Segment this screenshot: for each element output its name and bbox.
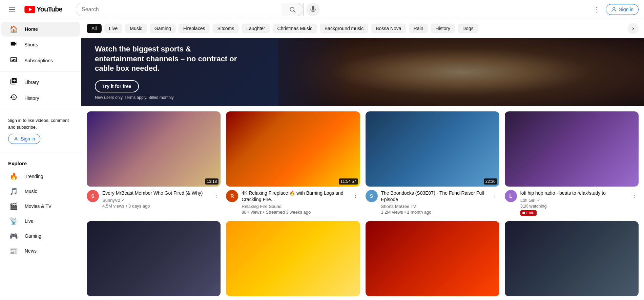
video-duration-boondocks: 22:30 [484, 178, 497, 185]
video-card-boondocks[interactable]: 22:30 S The Boondocks (S03E07) - The Fun… [366, 111, 499, 216]
header-right: ⋮ Sign in [589, 3, 639, 16]
sidebar-item-shorts[interactable]: Shorts [1, 37, 80, 52]
more-options-mrbeast[interactable]: ⋮ [212, 190, 221, 200]
sidebar-item-movies[interactable]: 🎬 Movies & TV [1, 199, 80, 214]
sidebar-item-gaming-label: Gaming [25, 233, 41, 239]
mic-button[interactable] [306, 3, 320, 16]
sidebar-nav-main: 🏠 Home Shorts Subscriptions [0, 22, 81, 68]
filter-chip-history[interactable]: History [431, 24, 455, 33]
video-thumbnail-lofi [505, 111, 639, 187]
video-meta-fireplace: 4K Relaxing Fireplace 🔥 with Burning Log… [242, 190, 348, 214]
video-stats-boondocks: 1.2M views • 1 month ago [381, 210, 487, 215]
sidebar-sign-in-label: Sign in [21, 136, 35, 142]
sign-in-button[interactable]: Sign in [606, 4, 639, 15]
account-icon [611, 6, 617, 13]
videos-section: 13:18 S Every MrBeast Member Who Got Fir… [81, 106, 644, 300]
video-thumbnail-boondocks: 22:30 [366, 111, 499, 187]
sidebar-item-news-label: News [25, 248, 37, 254]
sidebar-item-library[interactable]: Library [1, 74, 80, 90]
search-input[interactable] [76, 3, 282, 16]
search-button[interactable] [282, 3, 303, 16]
news-icon: 📰 [9, 247, 18, 255]
video-channel-boondocks: Shorts MaGee TV [381, 204, 487, 209]
logo[interactable]: YouTube [24, 5, 62, 13]
sidebar-sign-in-button[interactable]: Sign in [8, 134, 40, 144]
filter-chip-all[interactable]: All [87, 24, 102, 33]
sidebar-item-live[interactable]: 📡 Live [1, 214, 80, 229]
sidebar-item-music[interactable]: 🎵 Music [1, 184, 80, 199]
svg-point-12 [522, 212, 525, 214]
video-thumbnail-emoji [226, 221, 360, 296]
video-card-emoji[interactable] [226, 221, 360, 300]
sign-in-label: Sign in [619, 7, 633, 12]
filter-chip-gaming[interactable]: Gaming [150, 24, 176, 33]
filter-chip-music[interactable]: Music [125, 24, 147, 33]
filter-chip-sitcoms[interactable]: Sitcoms [212, 24, 239, 33]
video-card-fireplace[interactable]: 11:54:57 R 4K Relaxing Fireplace 🔥 with … [226, 111, 360, 216]
search-icon [289, 6, 296, 13]
banner-cta-button[interactable]: Try it for free [95, 80, 139, 92]
filter-next-button[interactable]: › [628, 23, 639, 34]
video-stats-fireplace: 88K views • Streamed 3 weeks ago [242, 210, 348, 215]
filter-chip-rain[interactable]: Rain [409, 24, 428, 33]
sidebar-divider-2 [0, 109, 81, 109]
movies-icon: 🎬 [9, 202, 18, 210]
sign-in-section: Sign in to like videos, comment and subs… [0, 112, 81, 149]
videos-grid-row2 [87, 221, 639, 300]
sidebar-item-gaming[interactable]: 🎮 Gaming [1, 229, 80, 243]
svg-point-11 [15, 137, 17, 139]
video-title-boondocks: The Boondocks (S03E07) - The Fund-Raiser… [381, 190, 487, 202]
filter-chip-dogs[interactable]: Dogs [458, 24, 478, 33]
svg-line-6 [293, 10, 295, 12]
filter-chip-live[interactable]: Live [104, 24, 123, 33]
video-stats-mrbeast: 4.5M views • 3 days ago [102, 203, 208, 209]
video-info-boondocks: S The Boondocks (S03E07) - The Fund-Rais… [366, 190, 499, 214]
sidebar-item-music-label: Music [25, 189, 37, 194]
video-channel-fireplace: Relaxing Fire Sound [242, 204, 348, 209]
mic-icon [310, 6, 316, 13]
sign-in-prompt: Sign in to like videos, comment and subs… [8, 118, 69, 130]
channel-avatar-lofi: L [505, 190, 517, 202]
verified-icon-lofi: ✓ [537, 198, 540, 202]
banner-content: Watch the biggest sports & entertainment… [81, 38, 251, 106]
live-icon: 📡 [9, 217, 18, 225]
sidebar-item-news[interactable]: 📰 News [1, 243, 80, 258]
sidebar-item-subscriptions[interactable]: Subscriptions [1, 52, 80, 68]
svg-rect-7 [312, 6, 314, 10]
more-options-fireplace[interactable]: ⋮ [351, 190, 360, 200]
more-options-boondocks[interactable]: ⋮ [491, 190, 499, 200]
sidebar-item-history[interactable]: History [1, 90, 80, 106]
filter-chip-background[interactable]: Background music [320, 24, 368, 33]
youtube-logo-icon [24, 6, 35, 13]
video-card-rain[interactable] [505, 221, 639, 300]
video-card-mrbeast[interactable]: 13:18 S Every MrBeast Member Who Got Fir… [87, 111, 221, 216]
search-area [76, 3, 320, 16]
video-channel-lofi: Lofi Girl ✓ [520, 198, 626, 203]
trending-icon: 🔥 [9, 172, 18, 180]
filter-chip-bossa[interactable]: Bossa Nova [371, 24, 406, 33]
sidebar-divider-3 [0, 152, 81, 152]
video-title-mrbeast: Every MrBeast Member Who Got Fired (& Wh… [102, 190, 208, 196]
sidebar-item-home[interactable]: 🏠 Home [1, 22, 80, 37]
video-duration-mrbeast: 13:18 [205, 178, 219, 185]
home-icon: 🏠 [9, 25, 18, 33]
more-options-lofi[interactable]: ⋮ [630, 190, 639, 200]
video-card-bridge[interactable] [87, 221, 221, 300]
video-thumbnail-food [366, 221, 499, 296]
sidebar-item-history-label: History [24, 95, 39, 101]
live-badge: LIVE [520, 210, 537, 216]
video-channel-mrbeast: SunnyV2 ✓ [102, 198, 208, 203]
menu-button[interactable] [5, 3, 19, 16]
video-thumbnail-fireplace: 11:54:57 [226, 111, 360, 187]
more-options-button[interactable]: ⋮ [589, 3, 603, 16]
sidebar: 🏠 Home Shorts Subscriptions [0, 19, 81, 300]
filter-chip-laughter[interactable]: Laughter [242, 24, 270, 33]
videos-grid: 13:18 S Every MrBeast Member Who Got Fir… [87, 111, 639, 216]
sidebar-item-trending[interactable]: 🔥 Trending [1, 169, 80, 184]
filter-chip-fireplaces[interactable]: Fireplaces [179, 24, 210, 33]
video-card-food[interactable] [366, 221, 499, 300]
filter-chip-christmas[interactable]: Christmas Music [273, 24, 317, 33]
video-card-lofi[interactable]: L lofi hip hop radio - beats to relax/st… [505, 111, 639, 216]
video-meta-boondocks: The Boondocks (S03E07) - The Fund-Raiser… [381, 190, 487, 214]
verified-icon: ✓ [122, 198, 125, 202]
